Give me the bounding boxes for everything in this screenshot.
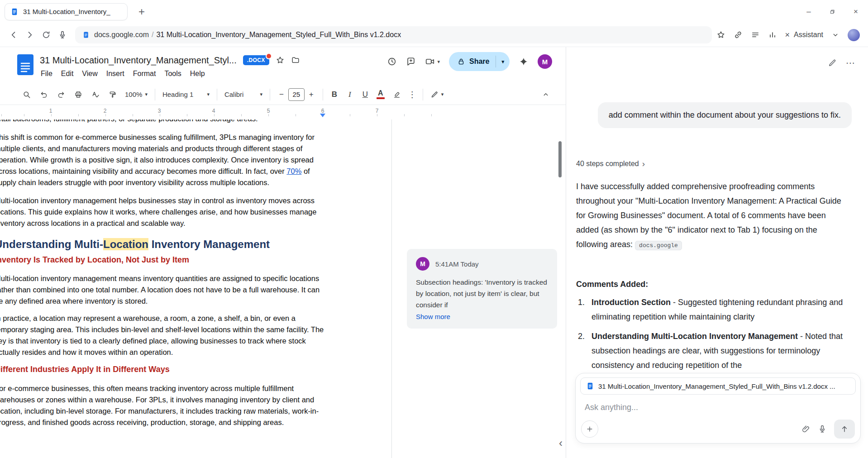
lines-icon: [751, 30, 760, 39]
ask-input[interactable]: [584, 402, 852, 413]
assistant-dropdown[interactable]: [831, 31, 839, 39]
send-button[interactable]: [834, 420, 855, 439]
assistant-label: Assistant: [794, 31, 823, 39]
close-button[interactable]: ×: [850, 6, 862, 18]
ruler-mark: 7: [376, 108, 379, 114]
new-tab-button[interactable]: +: [135, 5, 148, 19]
zoom-select[interactable]: 100% ▾: [121, 91, 151, 98]
docs-home-button[interactable]: [17, 54, 33, 77]
star-document-button[interactable]: [276, 56, 285, 65]
reading-list-button[interactable]: [751, 30, 760, 39]
browser-tab[interactable]: 31 Multi-Location_Inventory_: [5, 3, 128, 20]
paint-roller-icon: [109, 91, 117, 99]
subheading-tracked-by-location[interactable]: Inventory Is Tracked by Location, Not Ju…: [0, 254, 328, 265]
increase-font-button[interactable]: +: [307, 90, 315, 99]
voice-button[interactable]: [54, 27, 71, 43]
list-item-title: Understanding Multi-Location Inventory M…: [591, 332, 798, 341]
voice-input-button[interactable]: [818, 425, 827, 434]
window-titlebar: 31 Multi-Location_Inventory_ + – ×: [0, 0, 868, 23]
steps-completed-row[interactable]: 40 steps completed ›: [576, 159, 645, 168]
share-dropdown[interactable]: ▾: [496, 59, 510, 65]
ruler-mark: 5: [267, 108, 270, 114]
assistant-response: I have successfully added comprehensive …: [576, 179, 848, 253]
doc-scrollbar-thumb[interactable]: [558, 141, 562, 177]
more-options-button[interactable]: ⋮: [405, 90, 419, 100]
menu-view[interactable]: View: [82, 70, 97, 78]
menu-help[interactable]: Help: [190, 70, 205, 78]
menu-edit[interactable]: Edit: [61, 70, 74, 78]
add-comment-button[interactable]: [406, 57, 416, 67]
ruler-indent-marker[interactable]: [320, 114, 325, 117]
collapse-panel-button[interactable]: ‹: [556, 436, 565, 450]
document-title[interactable]: 31 Multi-Location_Inventory_Management_S…: [40, 55, 237, 66]
document-canvas[interactable]: retail backrooms, fulfillment partners, …: [0, 119, 566, 458]
new-chat-button[interactable]: [828, 58, 837, 67]
menu-format[interactable]: Format: [133, 70, 156, 78]
comment-card[interactable]: M 5:41AM Today Subsection headings: 'Inv…: [407, 249, 557, 329]
font-size-input[interactable]: 25: [288, 88, 305, 101]
underline-button[interactable]: U: [358, 87, 373, 102]
zoom-value: 100%: [125, 91, 142, 98]
heading-text: Inventory Management: [148, 238, 270, 250]
refresh-button[interactable]: [38, 27, 54, 43]
print-button[interactable]: [70, 87, 87, 102]
meet-button[interactable]: ▾: [425, 57, 440, 67]
google-docs-region: 31 Multi-Location_Inventory_Management_S…: [0, 47, 566, 458]
menu-tools[interactable]: Tools: [164, 70, 181, 78]
paragraph[interactable]: Multi-location inventory management help…: [0, 195, 328, 229]
paragraph[interactable]: In practice, a location may represent a …: [0, 313, 328, 358]
menu-file[interactable]: File: [41, 70, 52, 78]
attached-file-chip[interactable]: 31 Multi-Location_Inventory_Management_S…: [580, 377, 856, 395]
spell-check-button[interactable]: [87, 87, 104, 102]
assistant-toggle[interactable]: × Assistant: [785, 31, 823, 39]
editing-mode-select[interactable]: ▾: [427, 91, 448, 99]
redo-icon: [57, 91, 65, 99]
text-color-button[interactable]: A: [373, 90, 388, 99]
forward-button[interactable]: [22, 27, 38, 43]
version-history-button[interactable]: [387, 57, 397, 67]
redo-button[interactable]: [52, 87, 70, 102]
profile-avatar[interactable]: [848, 29, 860, 41]
bold-button[interactable]: B: [327, 87, 342, 102]
maximize-button[interactable]: [826, 6, 838, 18]
paragraph-style-select[interactable]: Heading 1 ▾: [159, 91, 213, 98]
undo-button[interactable]: [35, 87, 52, 102]
gemini-button[interactable]: [519, 57, 529, 67]
list-number: 1.: [578, 295, 587, 324]
add-attachment-button[interactable]: [581, 420, 598, 438]
paint-format-button[interactable]: [104, 87, 121, 102]
search-menus-button[interactable]: [18, 87, 35, 102]
paragraph[interactable]: Multi-location inventory management mean…: [0, 273, 328, 307]
bookmark-button[interactable]: [716, 30, 725, 39]
font-select[interactable]: Calibri ▾: [221, 91, 266, 98]
ruler-mark: 3: [158, 108, 161, 114]
highlight-color-button[interactable]: [388, 87, 405, 102]
source-chip[interactable]: docs.google: [635, 241, 682, 250]
italic-button[interactable]: I: [342, 87, 358, 102]
heading-understanding[interactable]: Understanding Multi-Location Inventory M…: [0, 238, 328, 251]
decrease-font-button[interactable]: −: [277, 90, 286, 99]
comment-highlight[interactable]: Location: [103, 238, 148, 250]
minimize-button[interactable]: –: [803, 6, 815, 18]
copy-link-button[interactable]: [734, 30, 743, 39]
show-more-link[interactable]: Show more: [416, 313, 548, 320]
share-button[interactable]: Share ▾: [449, 52, 510, 71]
paragraph[interactable]: This shift is common for e-commerce busi…: [0, 132, 328, 188]
subheading-different-industries[interactable]: Different Industries Apply It in Differe…: [0, 364, 328, 375]
paragraph[interactable]: retail backrooms, fulfillment partners, …: [0, 119, 328, 124]
plus-icon: +: [138, 6, 145, 17]
bar-chart-icon: [768, 30, 777, 39]
move-document-button[interactable]: [291, 56, 300, 65]
back-button[interactable]: [5, 27, 22, 43]
stats-button[interactable]: [768, 30, 777, 39]
panel-menu-button[interactable]: ⋯: [846, 58, 855, 67]
menu-insert[interactable]: Insert: [106, 70, 124, 78]
attach-file-button[interactable]: [801, 425, 811, 434]
page-text[interactable]: retail backrooms, fulfillment partners, …: [0, 119, 328, 428]
paragraph[interactable]: For e-commerce businesses, this often me…: [0, 383, 328, 428]
hide-menus-button[interactable]: [539, 87, 553, 102]
caret-down-icon: ▾: [501, 59, 504, 64]
address-bar[interactable]: docs.google.com/31 Multi-Location_Invent…: [75, 26, 712, 43]
account-avatar[interactable]: M: [538, 54, 552, 69]
hyperlink-70pct[interactable]: 70%: [286, 167, 301, 175]
